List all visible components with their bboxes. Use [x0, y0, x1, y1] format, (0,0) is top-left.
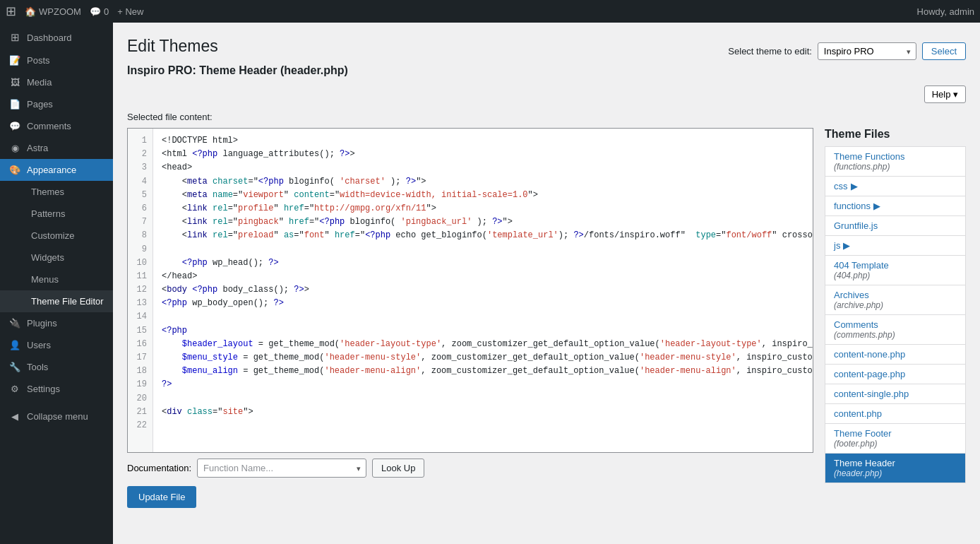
404-link[interactable]: 404 Template [834, 260, 889, 271]
update-file-button[interactable]: Update File [127, 486, 196, 508]
file-item-gruntfile[interactable]: Gruntfile.js [825, 216, 965, 235]
file-item-theme-footer[interactable]: Theme Footer (footer.php) [825, 424, 965, 453]
js-arrow-icon: ▶ [843, 240, 850, 251]
page-title: Edit Themes [127, 37, 348, 56]
content-area: 12345 678910 1112131415 1617181920 2122 … [127, 128, 966, 508]
wp-logo-icon: ⊞ [6, 4, 16, 19]
content-page-link[interactable]: content-page.php [834, 369, 905, 379]
pages-icon: 📄 [8, 99, 21, 110]
posts-icon: 📝 [8, 55, 21, 66]
file-item-content-none[interactable]: content-none.php [825, 345, 965, 364]
file-item-comments[interactable]: Comments (comments.php) [825, 315, 965, 344]
select-theme-button[interactable]: Select [922, 42, 966, 60]
appearance-icon: 🎨 [8, 165, 21, 175]
documentation-label: Documentation: [127, 463, 191, 473]
file-item-404[interactable]: 404 Template (404.php) [825, 256, 965, 285]
sidebar-item-settings[interactable]: ⚙ Settings [0, 378, 113, 400]
comment-icon: 💬 [90, 6, 101, 17]
file-item-archives[interactable]: Archives (archive.php) [825, 285, 965, 314]
code-editor-wrapper: 12345 678910 1112131415 1617181920 2122 … [127, 128, 813, 508]
media-icon: 🖼 [8, 77, 21, 88]
sidebar-item-dashboard[interactable]: ⊞ Dashboard [0, 25, 113, 49]
site-name[interactable]: 🏠 WPZOOM [25, 6, 81, 17]
home-icon: 🏠 [25, 6, 36, 17]
archives-link[interactable]: Archives [834, 290, 869, 300]
sidebar-item-pages[interactable]: 📄 Pages [0, 93, 113, 115]
astra-icon: ◉ [8, 143, 21, 153]
howdy-text: Howdy, admin [917, 6, 974, 17]
doc-function-select[interactable]: Function Name... [197, 459, 366, 478]
theme-functions-link[interactable]: Theme Functions [834, 151, 904, 162]
content-single-link[interactable]: content-single.php [834, 389, 909, 399]
file-item-content[interactable]: content.php [825, 404, 965, 423]
theme-footer-sub: (footer.php) [834, 439, 957, 449]
sidebar-item-theme-file-editor[interactable]: Theme File Editor [0, 290, 113, 312]
content-link[interactable]: content.php [834, 408, 882, 419]
file-item-theme-header[interactable]: Theme Header (header.php) [825, 454, 965, 483]
file-folder-css[interactable]: css ▶ [825, 177, 965, 196]
theme-header-link[interactable]: Theme Header [834, 458, 895, 468]
lookup-button[interactable]: Look Up [372, 459, 424, 478]
selected-file-label: Selected file content: [127, 112, 966, 122]
content-none-link[interactable]: content-none.php [834, 349, 905, 360]
sidebar-item-comments[interactable]: 💬 Comments [0, 115, 113, 137]
help-button[interactable]: Help ▾ [924, 85, 966, 103]
functions-arrow-icon: ▶ [873, 201, 880, 211]
sidebar: ⊞ Dashboard 📝 Posts 🖼 Media 📄 Pages 💬 Co… [0, 23, 113, 544]
theme-files-list: Theme Functions (functions.php) css ▶ fu… [825, 146, 966, 483]
admin-bar: ⊞ 🏠 WPZOOM 💬 0 + New Howdy, admin [0, 0, 980, 23]
code-editor[interactable]: 12345 678910 1112131415 1617181920 2122 … [127, 128, 813, 453]
css-arrow-icon: ▶ [851, 181, 858, 191]
theme-footer-link[interactable]: Theme Footer [834, 428, 892, 439]
comments-icon: 💬 [8, 121, 21, 131]
file-title: Inspiro PRO: Theme Header (header.php) [127, 64, 348, 77]
settings-icon: ⚙ [8, 384, 21, 394]
sidebar-item-posts[interactable]: 📝 Posts [0, 49, 113, 71]
sidebar-item-patterns[interactable]: Patterns [0, 203, 113, 225]
sidebar-item-themes[interactable]: Themes [0, 181, 113, 203]
main-content: Edit Themes Inspiro PRO: Theme Header (h… [113, 23, 980, 544]
404-sub: (404.php) [834, 271, 957, 280]
sidebar-item-plugins[interactable]: 🔌 Plugins [0, 312, 113, 334]
comments-link[interactable]: Comments [834, 319, 878, 330]
sidebar-item-users[interactable]: 👤 Users [0, 334, 113, 356]
sidebar-item-tools[interactable]: 🔧 Tools [0, 356, 113, 378]
file-item-theme-functions[interactable]: Theme Functions (functions.php) [825, 147, 965, 176]
documentation-row: Documentation: Function Name... Look Up [127, 459, 813, 478]
sidebar-item-collapse[interactable]: ◀ Collapse menu [0, 406, 113, 427]
sidebar-item-appearance[interactable]: 🎨 Appearance [0, 159, 113, 181]
theme-select-wrapper: Inspiro PRO [818, 42, 916, 60]
file-folder-functions[interactable]: functions ▶ [825, 196, 965, 215]
gruntfile-link[interactable]: Gruntfile.js [834, 220, 878, 231]
comments-sub: (comments.php) [834, 330, 957, 340]
collapse-icon: ◀ [8, 411, 21, 422]
file-item-content-single[interactable]: content-single.php [825, 384, 965, 403]
comments-link[interactable]: 💬 0 [90, 6, 109, 17]
doc-select-wrapper: Function Name... [197, 459, 366, 478]
theme-header-sub: (header.php) [834, 468, 957, 478]
sidebar-item-customize[interactable]: Customize [0, 225, 113, 247]
code-content[interactable]: <!DOCTYPE html> <html <?php language_att… [153, 129, 813, 452]
sidebar-item-media[interactable]: 🖼 Media [0, 71, 113, 93]
sidebar-item-menus[interactable]: Menus [0, 268, 113, 290]
tools-icon: 🔧 [8, 362, 21, 372]
sidebar-item-astra[interactable]: ◉ Astra [0, 137, 113, 159]
plugins-icon: 🔌 [8, 318, 21, 329]
theme-files-panel: Theme Files Theme Functions (functions.p… [825, 128, 966, 508]
new-link[interactable]: + New [117, 6, 143, 17]
select-theme-label: Select theme to edit: [728, 46, 812, 57]
theme-functions-sub: (functions.php) [834, 162, 957, 172]
users-icon: 👤 [8, 340, 21, 350]
file-folder-js[interactable]: js ▶ [825, 236, 965, 255]
file-item-content-page[interactable]: content-page.php [825, 365, 965, 384]
sidebar-item-widgets[interactable]: Widgets [0, 247, 113, 268]
line-numbers: 12345 678910 1112131415 1617181920 2122 [128, 129, 153, 452]
archives-sub: (archive.php) [834, 300, 957, 310]
theme-files-title: Theme Files [825, 128, 966, 141]
dashboard-icon: ⊞ [8, 31, 21, 44]
theme-select[interactable]: Inspiro PRO [818, 42, 916, 60]
